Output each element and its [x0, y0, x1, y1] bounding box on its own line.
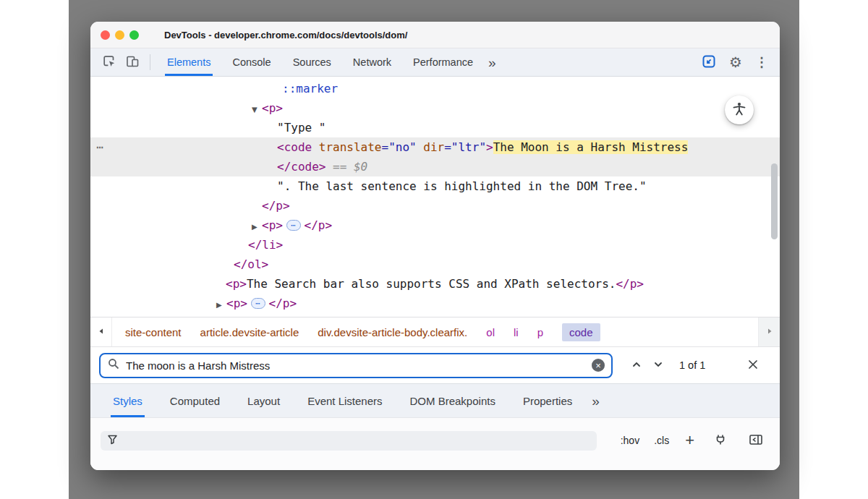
dom-token-tag: </li>: [248, 238, 283, 252]
dom-token-tag: </code>: [277, 160, 326, 174]
breadcrumb-item[interactable]: site-content: [125, 326, 182, 338]
dom-token-tag: </p>: [262, 199, 290, 213]
breadcrumb-items: site-contentarticle.devsite-articlediv.d…: [112, 317, 758, 346]
accessibility-button[interactable]: [725, 95, 754, 124]
tab-console[interactable]: Console: [230, 48, 273, 76]
dom-tree-line[interactable]: ▶<p>⋯</p>: [90, 216, 780, 235]
previous-result-button[interactable]: [626, 354, 647, 376]
dom-tree-line[interactable]: ▶<p>⋯</p>: [90, 294, 780, 313]
filter-box[interactable]: [101, 431, 597, 451]
tab-computed[interactable]: Computed: [168, 384, 222, 417]
inline-expand-button[interactable]: ⋯: [286, 220, 301, 231]
close-search-button[interactable]: [742, 354, 764, 376]
dom-tree-line[interactable]: </p>: [90, 196, 780, 216]
vertical-scrollbar[interactable]: [771, 163, 778, 239]
breadcrumb-item[interactable]: article.devsite-article: [200, 326, 299, 338]
toggle-element-state-button[interactable]: :hov: [621, 435, 639, 446]
kebab-menu-icon: ⋮: [755, 56, 768, 69]
tab-styles[interactable]: Styles: [111, 384, 145, 417]
inline-expand-button[interactable]: ⋯: [251, 298, 265, 309]
title-bar: DevTools - developer.chrome.com/docs/dev…: [90, 22, 780, 48]
plug-button[interactable]: [710, 434, 731, 448]
chevron-up-icon: [631, 359, 642, 372]
dom-token-attr: dir: [423, 140, 444, 154]
more-sidebar-tabs-button[interactable]: »: [586, 384, 605, 417]
clear-search-button[interactable]: ×: [592, 359, 605, 372]
chevron-down-icon: [653, 359, 663, 372]
search-icon: [101, 358, 119, 372]
breadcrumb-item[interactable]: div.devsite-article-body.clearfix.: [318, 326, 467, 338]
breadcrumb-item[interactable]: code: [562, 323, 600, 341]
new-style-rule-button[interactable]: +: [684, 432, 696, 448]
collapse-arrow-icon[interactable]: ▼: [252, 100, 262, 119]
window-title: DevTools - developer.chrome.com/docs/dev…: [164, 30, 407, 40]
tab-elements[interactable]: Elements: [165, 48, 213, 76]
dom-tree-line[interactable]: "Type ": [90, 118, 780, 137]
main-menu-button[interactable]: ⋮: [751, 56, 773, 69]
tab-performance[interactable]: Performance: [411, 48, 475, 76]
breadcrumb-item[interactable]: p: [537, 326, 543, 338]
device-toolbar-icon: [125, 54, 140, 71]
element-classes-button[interactable]: .cls: [654, 435, 669, 446]
tab-layout[interactable]: Layout: [245, 384, 282, 417]
dom-tree-line[interactable]: <p>The Search bar also supports CSS and …: [90, 274, 780, 294]
dom-tree-line[interactable]: ". The last sentence is highlighted in t…: [90, 176, 780, 196]
dom-tree-line[interactable]: </li>: [90, 235, 780, 255]
dom-token-meta: ==: [326, 160, 354, 174]
sidebar-panel-icon: [749, 435, 762, 447]
dom-tree-line[interactable]: ▶<p>⋯</p>: [90, 313, 780, 317]
tab-network[interactable]: Network: [351, 48, 393, 76]
inspect-cursor-icon: [102, 54, 116, 71]
dom-token-pseudo: ::marker: [282, 82, 338, 95]
dom-token-tag: >: [486, 140, 493, 154]
dom-tree: ::marker▼<p>"Type "⋯<code translate="no"…: [90, 77, 780, 317]
plug-icon: [715, 434, 726, 448]
dock-side-button[interactable]: [697, 54, 720, 71]
inspect-element-button[interactable]: [98, 48, 121, 76]
search-input[interactable]: [126, 359, 611, 372]
breadcrumb-item[interactable]: li: [514, 326, 519, 338]
breadcrumb-bar: site-contentarticle.devsite-articlediv.d…: [90, 317, 780, 346]
toggle-sidebar-button[interactable]: [745, 435, 767, 447]
dom-tree-line[interactable]: </code> == $0: [90, 157, 780, 176]
expand-arrow-icon[interactable]: ▶: [252, 217, 262, 236]
chevron-left-icon: [97, 327, 106, 338]
more-tabs-chevron-icon: »: [488, 56, 496, 69]
dom-tree-line[interactable]: ::marker: [90, 79, 780, 98]
settings-button[interactable]: ⚙: [725, 55, 746, 69]
minimize-window-button[interactable]: [115, 30, 124, 40]
dom-tree-line[interactable]: ▼<p>: [90, 98, 780, 118]
breadcrumb-scroll-left-button[interactable]: [90, 317, 112, 346]
dom-token-highlight: The Moon is a Harsh Mistress: [493, 140, 689, 154]
dom-token-tag: <p>: [262, 218, 283, 232]
gear-icon: ⚙: [729, 55, 742, 69]
dom-token-tag: <p>: [262, 101, 283, 115]
close-window-button[interactable]: [101, 30, 110, 40]
search-box[interactable]: ×: [99, 353, 613, 378]
zoom-window-button[interactable]: [129, 30, 139, 40]
node-overflow-menu-icon[interactable]: ⋯: [96, 137, 104, 157]
search-results-count: 1 of 1: [679, 359, 705, 371]
devtools-window: DevTools - developer.chrome.com/docs/dev…: [90, 22, 780, 470]
devtools-toolbar: Elements Console Sources Network Perform…: [90, 48, 780, 77]
dom-tree-line[interactable]: </ol>: [90, 255, 780, 274]
expand-arrow-icon[interactable]: ▶: [216, 295, 226, 315]
dock-side-icon: [702, 54, 716, 71]
breadcrumb-scroll-right-button[interactable]: [758, 317, 780, 346]
expand-arrow-icon[interactable]: ▶: [216, 315, 226, 317]
search-bar: × 1 of 1: [90, 346, 780, 383]
device-toolbar-button[interactable]: [121, 48, 144, 76]
style-filter-input[interactable]: [124, 434, 590, 447]
dom-token-tag: </p>: [269, 316, 297, 317]
more-tabs-button[interactable]: »: [484, 48, 501, 76]
dom-token-tag: <code: [277, 140, 319, 154]
tab-properties[interactable]: Properties: [521, 384, 574, 417]
breadcrumb-item[interactable]: ol: [486, 326, 495, 338]
tab-dom-breakpoints[interactable]: DOM Breakpoints: [408, 384, 498, 417]
dom-tree-line[interactable]: ⋯<code translate="no" dir="ltr">The Moon…: [90, 137, 780, 157]
tab-event-listeners[interactable]: Event Listeners: [305, 384, 384, 417]
close-icon: [747, 359, 759, 372]
next-result-button[interactable]: [647, 354, 669, 376]
dom-token-text: The Search bar also supports CSS and XPa…: [247, 277, 616, 291]
tab-sources[interactable]: Sources: [291, 48, 333, 76]
